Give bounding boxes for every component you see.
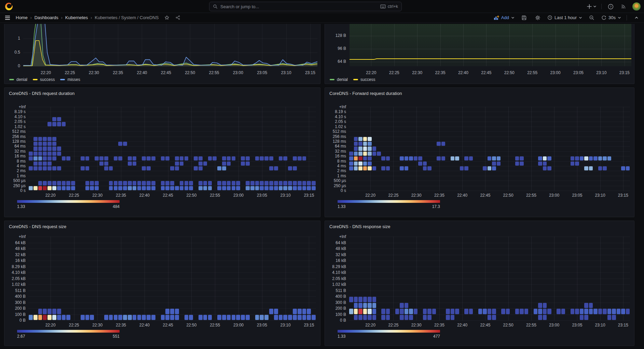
save-dashboard-button[interactable] — [520, 14, 528, 22]
heatmap-cell — [405, 166, 409, 170]
breadcrumb-current: Kubernetes / System / CoreDNS — [95, 15, 159, 20]
new-menu-button[interactable] — [587, 2, 597, 11]
dashboard-settings-button[interactable] — [534, 14, 542, 22]
heatmap-cell — [52, 152, 56, 156]
heatmap-cell — [492, 315, 496, 320]
heatmap-cell — [561, 309, 565, 314]
heatmap-cell — [227, 156, 231, 160]
user-avatar[interactable] — [632, 2, 641, 11]
legend-item-denial[interactable]: denial — [330, 77, 348, 82]
legend-item-misses[interactable]: misses — [60, 77, 80, 82]
y-axis-tick: 64 ms — [325, 144, 346, 149]
panel-title[interactable]: CoreDNS - DNS request size — [9, 224, 66, 229]
heatmap-cell — [52, 181, 56, 185]
heatmap-cell — [47, 166, 52, 170]
heatmap-cell — [47, 142, 52, 146]
heatmap-cell — [128, 186, 132, 190]
color-scale-max: 477 — [426, 334, 440, 339]
requests-line-chart — [23, 24, 317, 69]
color-scale-max: 551 — [106, 334, 120, 339]
heatmap-cell — [38, 156, 42, 160]
mega-menu-button[interactable] — [3, 14, 12, 22]
heatmap-cell — [288, 181, 292, 185]
grafana-logo[interactable] — [4, 2, 13, 11]
heatmap-cell — [269, 186, 273, 190]
y-axis-tick: 16 kB — [325, 258, 346, 263]
gridline — [145, 107, 145, 191]
x-axis-tick: 22:50 — [501, 323, 516, 327]
heatmap-cell — [312, 186, 316, 190]
search-input[interactable]: Search or jump to... ctrl+k — [209, 2, 402, 11]
panel-title[interactable]: CoreDNS - DNS request duration — [9, 91, 74, 96]
heatmap-cell — [43, 162, 47, 166]
x-axis-tick: 23:10 — [593, 193, 608, 198]
heatmap-cell — [33, 142, 38, 146]
heatmap-cell — [250, 186, 255, 190]
heatmap-cell — [515, 162, 519, 166]
gridline — [28, 191, 316, 191]
heatmap-cell — [501, 309, 505, 314]
collapse-toolbar-button[interactable] — [632, 14, 641, 22]
heatmap-cell — [170, 315, 174, 320]
save-icon — [521, 15, 527, 20]
x-axis-tick: 22:45 — [478, 193, 493, 198]
heatmap-cell — [250, 181, 255, 185]
gridline — [28, 291, 316, 291]
heatmap-cell — [118, 156, 122, 160]
panel-title[interactable]: CoreDNS - Forward request duration — [329, 91, 402, 96]
chevron-up-icon — [634, 16, 639, 20]
heatmap-cell — [47, 315, 52, 320]
heatmap-cell — [405, 303, 409, 308]
panel-title[interactable]: CoreDNS - DNS response size — [329, 224, 390, 229]
heatmap-cell — [246, 156, 250, 160]
gridline — [28, 176, 316, 176]
heatmap-cell — [626, 166, 630, 170]
share-button[interactable] — [174, 14, 182, 22]
time-range-picker[interactable]: Last 1 hour — [547, 15, 582, 20]
x-axis-tick: 22:50 — [184, 323, 199, 327]
refresh-picker[interactable]: 30s — [601, 15, 621, 20]
legend-item-success[interactable]: success — [353, 77, 375, 82]
gridline — [349, 146, 630, 146]
heatmap-cell — [90, 181, 94, 185]
heatmap-cell — [307, 315, 311, 320]
gridline — [286, 107, 286, 191]
heatmap-cell — [354, 166, 358, 170]
legend-item-denial[interactable]: denial — [9, 77, 27, 82]
heatmap-cell — [543, 315, 547, 320]
gridline — [28, 151, 316, 152]
heatmap-cell — [451, 309, 455, 314]
heatmap-cell — [405, 156, 409, 160]
zoom-out-button[interactable] — [588, 14, 596, 22]
gridline — [600, 237, 601, 320]
heatmap-cell — [128, 156, 132, 160]
gridline — [349, 186, 630, 186]
gridline — [191, 237, 192, 320]
help-button[interactable]: ? — [606, 2, 615, 11]
heatmap-cell — [33, 137, 38, 141]
gridline — [28, 261, 316, 261]
legend-item-success[interactable]: success — [33, 77, 55, 82]
favorite-button[interactable] — [163, 14, 171, 22]
breadcrumb-dashboards[interactable]: Dashboards — [35, 15, 58, 20]
heatmap-cell — [184, 315, 189, 320]
gridline — [28, 141, 316, 142]
gridline — [439, 237, 440, 320]
gridline — [28, 249, 316, 249]
heatmap-cell — [520, 309, 524, 314]
heatmap-cell — [423, 315, 427, 320]
heatmap-cell — [133, 186, 137, 190]
heatmap-cell — [269, 309, 273, 314]
heatmap-cell — [147, 166, 151, 170]
heatmap-cell — [260, 186, 264, 190]
breadcrumb-home[interactable]: Home — [16, 15, 28, 20]
gridline — [577, 237, 577, 320]
news-button[interactable] — [619, 2, 628, 11]
gridline — [286, 237, 286, 320]
heatmap-cell — [43, 166, 47, 170]
heatmap-cell — [142, 315, 146, 320]
breadcrumb-kubernetes[interactable]: Kubernetes — [65, 15, 88, 20]
add-button[interactable]: Add — [494, 15, 515, 20]
heatmap-cell — [302, 181, 306, 185]
heatmap-cell — [464, 156, 468, 160]
